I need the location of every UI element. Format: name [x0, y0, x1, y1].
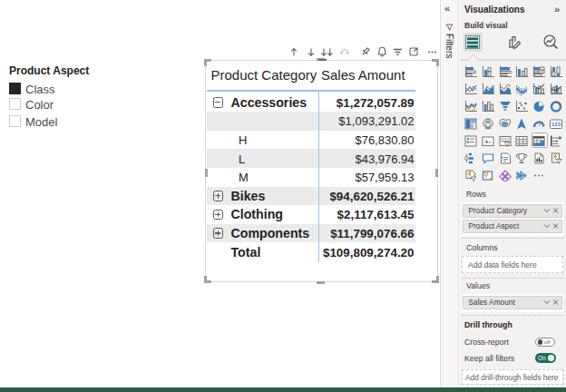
svg-text:123: 123	[551, 122, 561, 127]
